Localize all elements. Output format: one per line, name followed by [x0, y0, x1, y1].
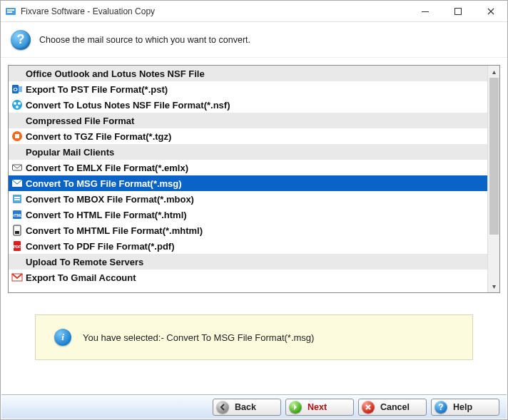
list-item-label: Compressed File Format [26, 116, 134, 126]
app-icon [5, 6, 16, 17]
svg-point-10 [18, 102, 21, 105]
cancel-label: Cancel [380, 402, 410, 412]
svg-rect-17 [14, 197, 20, 198]
svg-point-9 [14, 102, 16, 105]
question-icon: ? [11, 30, 31, 50]
list-item[interactable]: Convert To MSG File Format(*.msg) [9, 175, 487, 191]
next-label: Next [308, 402, 327, 412]
svg-rect-4 [455, 8, 462, 14]
list-item-label: Convert To MSG File Format(*.msg) [26, 178, 182, 189]
scroll-thumb[interactable] [489, 78, 499, 235]
cancel-button[interactable]: Cancel [358, 399, 427, 416]
tgz-icon [11, 130, 23, 142]
svg-rect-2 [7, 11, 12, 13]
info-icon: i [54, 329, 71, 346]
svg-rect-1 [7, 9, 14, 11]
list-item-label: Convert To Lotus Notes NSF File Format(*… [26, 100, 230, 111]
svg-rect-3 [422, 11, 429, 12]
list-group-header: Compressed File Format [9, 113, 487, 128]
wizard-header: ? Choose the mail source to which you wa… [1, 22, 507, 58]
maximize-button[interactable] [442, 1, 474, 21]
back-label: Back [235, 402, 256, 412]
list-item-label: Convert To EMLX File Format(*.emlx) [26, 163, 188, 173]
scroll-down-button[interactable]: ▾ [488, 280, 499, 292]
html-icon: HTML [11, 209, 23, 220]
list-item[interactable]: HTMLConvert To HTML File Format(*.html) [9, 207, 487, 222]
list-item[interactable]: Convert To MBOX File Format(*.mbox) [9, 191, 487, 207]
list-item-label: Export To Gmail Account [26, 272, 136, 283]
list-item[interactable]: Convert To MHTML File Format(*.mhtml) [9, 222, 487, 238]
help-button[interactable]: ? Help [431, 399, 499, 416]
list-item-label: Popular Mail Clients [26, 147, 114, 158]
wizard-buttons: Back Next Cancel ? Help [1, 394, 507, 419]
svg-point-11 [16, 106, 19, 108]
list-item-label: Convert To MHTML File Format(*.mhtml) [26, 225, 203, 236]
gmail-icon [11, 272, 23, 283]
svg-rect-22 [15, 231, 19, 234]
list-group-header: Upload To Remote Servers [9, 254, 487, 270]
minimize-button[interactable] [409, 1, 442, 21]
format-list-body: Office Outlook and Lotus Notes NSF FileO… [9, 66, 487, 292]
back-button[interactable]: Back [213, 399, 281, 416]
selection-infobox: i You have selected:- Convert To MSG Fil… [35, 314, 473, 360]
msg-icon [11, 178, 23, 189]
cancel-icon [362, 401, 375, 414]
close-button[interactable] [474, 1, 507, 21]
list-item[interactable]: Export To Gmail Account [9, 270, 487, 285]
help-icon: ? [435, 401, 447, 414]
list-item-label: Upload To Remote Servers [26, 257, 143, 267]
svg-text:O: O [13, 86, 17, 93]
list-item-label: Office Outlook and Lotus Notes NSF File [26, 68, 205, 79]
list-group-header: Office Outlook and Lotus Notes NSF File [9, 66, 487, 81]
mhtml-icon [11, 225, 23, 236]
selection-info-text: You have selected:- Convert To MSG File … [83, 332, 314, 343]
window-title: Fixvare Software - Evaluation Copy [21, 6, 409, 16]
back-icon [216, 401, 229, 414]
emlx-icon [11, 162, 23, 173]
list-group-header: Popular Mail Clients [9, 144, 487, 160]
mbox-icon [11, 193, 23, 205]
list-item-label: Convert To HTML File Format(*.html) [26, 210, 187, 220]
nsf-icon [11, 99, 23, 111]
svg-text:PDF: PDF [14, 245, 21, 249]
list-item[interactable]: Convert To EMLX File Format(*.emlx) [9, 160, 487, 175]
pdf-icon: PDF [11, 240, 23, 252]
list-item[interactable]: PDFConvert To PDF File Format(*.pdf) [9, 238, 487, 254]
list-item-label: Convert to TGZ File Format(*.tgz) [26, 131, 171, 142]
svg-text:HTML: HTML [12, 213, 22, 217]
list-item[interactable]: Convert to TGZ File Format(*.tgz) [9, 128, 487, 144]
list-item[interactable]: Convert To Lotus Notes NSF File Format(*… [9, 97, 487, 113]
help-label: Help [453, 402, 472, 412]
format-list: Office Outlook and Lotus Notes NSF FileO… [8, 65, 500, 293]
outlook-icon: O [11, 83, 23, 95]
next-button[interactable]: Next [285, 399, 354, 416]
list-item-label: Export To PST File Format(*.pst) [26, 84, 168, 95]
titlebar: Fixvare Software - Evaluation Copy [1, 1, 507, 22]
scroll-up-button[interactable]: ▴ [488, 66, 499, 78]
svg-rect-7 [19, 86, 22, 92]
list-item[interactable]: OExport To PST File Format(*.pst) [9, 81, 487, 97]
next-icon [289, 401, 302, 414]
svg-rect-13 [15, 134, 19, 138]
scrollbar[interactable]: ▴ ▾ [487, 66, 499, 292]
list-item-label: Convert To PDF File Format(*.pdf) [26, 241, 174, 252]
wizard-prompt: Choose the mail source to which you want… [39, 35, 250, 45]
svg-rect-18 [14, 199, 20, 200]
list-item-label: Convert To MBOX File Format(*.mbox) [26, 194, 194, 205]
